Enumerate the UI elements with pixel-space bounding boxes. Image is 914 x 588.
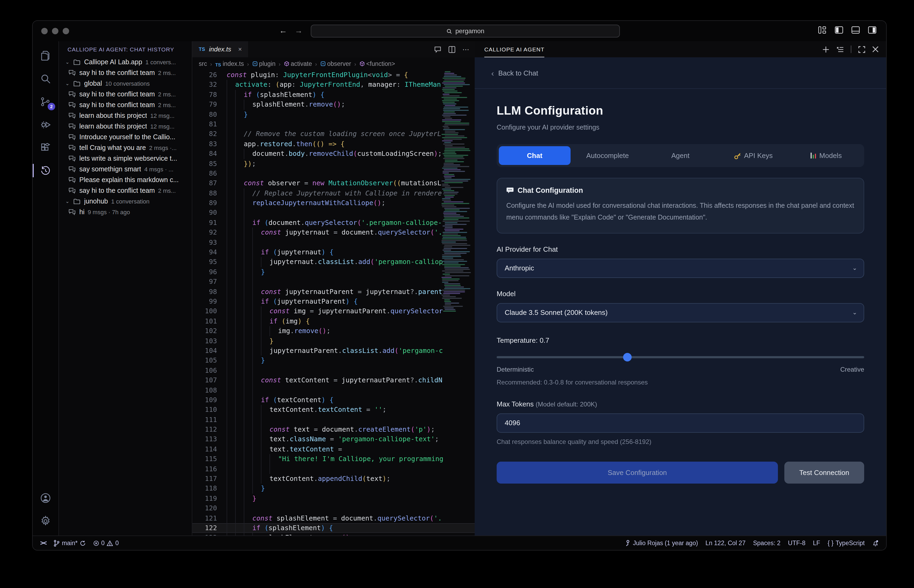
slider-thumb[interactable] (623, 353, 632, 362)
chat-history-item[interactable]: hi9 msgs · 7h ago (59, 207, 192, 217)
activity-item-extensions[interactable] (33, 136, 58, 159)
provider-select[interactable]: Anthropic (497, 258, 864, 278)
breadcrumb-item[interactable]: observer (320, 60, 351, 67)
more-actions-icon[interactable]: ⋯ (463, 45, 469, 53)
chat-history-item[interactable]: say hi to the conflict team2 ms... (59, 100, 192, 110)
chat-history-item[interactable]: say somethign smart4 msgs · ... (59, 164, 192, 174)
minimap-line (445, 105, 455, 106)
chat-history-item[interactable]: say hi to the conflict team2 ms... (59, 68, 192, 78)
config-tab-label: Chat (527, 152, 542, 160)
minimap-line (442, 240, 467, 241)
code-line: 103} (193, 336, 475, 346)
minimap-line (442, 140, 453, 141)
config-tab-api-keys[interactable]: API Keys (717, 146, 789, 165)
chat-history-item[interactable]: learn about this project12 msg... (59, 121, 192, 132)
typescript-file-icon: TS (215, 62, 221, 68)
notifications-bell[interactable] (872, 540, 878, 546)
git-branch-item[interactable]: main* (54, 540, 86, 546)
test-connection-button[interactable]: Test Connection (785, 462, 864, 484)
tree-folder[interactable]: ⌄global10 conversations (59, 78, 192, 89)
indent-guide (244, 503, 252, 513)
token: text (366, 474, 382, 484)
chat-history-item[interactable]: Introduce yourself to the Callio... (59, 132, 192, 142)
max-tokens-input[interactable] (497, 414, 864, 433)
chevron-expanded-icon[interactable]: ⌄ (65, 199, 71, 204)
cursor-position-item[interactable]: Ln 122, Col 27 (705, 540, 746, 546)
breadcrumb-item[interactable]: TSindex.ts (215, 60, 244, 67)
gutter-pad (217, 356, 226, 366)
minimap[interactable] (442, 71, 471, 535)
new-chat-plus-icon[interactable] (822, 46, 829, 53)
slider-track[interactable] (497, 356, 864, 358)
activity-item-search[interactable] (33, 67, 58, 90)
close-window-button[interactable] (41, 28, 48, 34)
breadcrumb-item[interactable]: plugin (252, 60, 275, 67)
toggle-panel-icon[interactable] (851, 26, 860, 34)
code-line: 119} (193, 494, 475, 504)
chevron-expanded-icon[interactable]: ⌄ (65, 60, 71, 65)
token: ( (273, 247, 277, 257)
open-chat-icon[interactable] (434, 46, 442, 53)
indent-guide (252, 247, 261, 257)
chat-history-item[interactable]: say hi to the conflict team2 ms... (59, 89, 192, 100)
breadcrumb-item[interactable]: activate (284, 60, 312, 67)
panel-tab-calliope[interactable]: CALLIOPE AI AGENT (484, 41, 545, 57)
breadcrumb-item[interactable]: <function> (359, 60, 395, 67)
editor-scrollbar[interactable] (471, 70, 475, 536)
chat-history-item[interactable]: Please explain this markdown c... (59, 174, 192, 185)
activity-item-account[interactable] (33, 486, 58, 509)
language-mode-item[interactable]: { }TypeScript (828, 540, 865, 546)
chat-history-item[interactable]: learn about this project12 msg... (59, 110, 192, 121)
indent-guide (235, 139, 244, 149)
chat-history-item[interactable]: say hi to the conflict team2 ms... (59, 185, 192, 196)
token: const (226, 70, 251, 80)
token: document (252, 149, 285, 159)
clear-history-icon[interactable] (836, 46, 844, 53)
breadcrumb-item[interactable]: src (199, 60, 207, 67)
token: . (314, 474, 318, 484)
history-forward-button[interactable]: → (294, 26, 303, 35)
remote-indicator[interactable]: >< (40, 540, 46, 546)
customize-layout-icon[interactable] (818, 26, 827, 34)
encoding-item[interactable]: UTF-8 (788, 540, 806, 546)
config-tab-models[interactable]: Models (790, 146, 862, 165)
toggle-primary-sidebar-icon[interactable] (835, 26, 843, 34)
zoom-window-button[interactable] (63, 28, 69, 34)
command-center-search[interactable]: pergamon (311, 25, 620, 37)
tree-folder[interactable]: ⌄junohub1 conversation (59, 196, 192, 207)
problems-item[interactable]: 0 0 (93, 540, 119, 546)
split-editor-icon[interactable] (448, 46, 455, 53)
maximize-panel-icon[interactable] (858, 46, 865, 53)
activity-item-explorer[interactable] (33, 44, 58, 67)
git-blame-item[interactable]: Julio Rojas (1 year ago) (626, 540, 698, 546)
chat-history-item[interactable]: lets write a simple webservice t... (59, 153, 192, 164)
history-back-button[interactable]: ← (279, 26, 287, 35)
activity-item-run-debug[interactable] (33, 113, 58, 136)
code-area[interactable]: 26const plugin: JupyterFrontEndPlugin<vo… (193, 70, 475, 536)
close-tab-icon[interactable]: × (238, 45, 242, 53)
chevron-expanded-icon[interactable]: ⌄ (65, 81, 71, 86)
toggle-secondary-sidebar-icon[interactable] (868, 26, 877, 34)
model-select[interactable]: Claude 3.5 Sonnet (200K tokens) (497, 303, 864, 322)
token: . (305, 149, 309, 159)
config-tab-autocomplete[interactable]: Autocomplete (572, 146, 644, 165)
minimap-line (445, 286, 464, 288)
token: jupyternaut (270, 257, 314, 267)
temperature-slider[interactable] (497, 353, 864, 362)
minimap-line (445, 259, 464, 260)
config-tab-agent[interactable]: Agent (644, 146, 716, 165)
editor-tab-index-ts[interactable]: TS index.ts × (193, 41, 248, 57)
save-configuration-button[interactable]: Save Configuration (497, 462, 778, 484)
activity-item-chat-history[interactable] (33, 159, 58, 182)
close-panel-icon[interactable] (872, 46, 878, 52)
activity-item-settings[interactable] (33, 509, 58, 532)
back-to-chat-link[interactable]: ‹ Back to Chat (475, 57, 886, 89)
config-tab-chat[interactable]: Chat (499, 146, 571, 165)
activity-item-source-control[interactable]: 2 (33, 90, 58, 113)
chat-history-item[interactable]: tell Craig what you are2 msgs ·... (59, 142, 192, 153)
eol-item[interactable]: LF (813, 540, 820, 546)
tree-folder[interactable]: ⌄Calliope AI Lab.app1 convers... (59, 57, 192, 68)
indentation-item[interactable]: Spaces: 2 (753, 540, 780, 546)
minimize-window-button[interactable] (52, 28, 58, 34)
bell-icon (872, 540, 878, 546)
